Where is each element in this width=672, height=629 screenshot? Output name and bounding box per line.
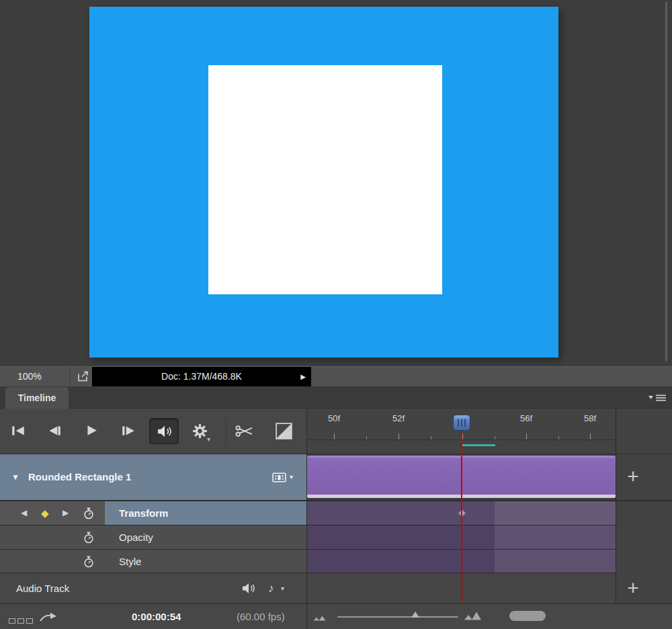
layer-header-rounded-rectangle[interactable]: ▼ Rounded Rectangle 1 ▾ xyxy=(0,454,306,501)
disclosure-triangle-icon[interactable]: ▼ xyxy=(11,454,19,500)
status-bar: 100% Doc: 1.37M/468.8K ▶ xyxy=(0,366,672,387)
panel-menu-icon[interactable] xyxy=(648,394,667,402)
divider xyxy=(70,368,71,386)
style-label: Style xyxy=(119,550,141,573)
ruler-tick-minor xyxy=(366,436,367,439)
ruler-tick-minor xyxy=(495,436,495,439)
ruler-label: 58f xyxy=(584,413,596,423)
timeline-zoom-slider[interactable] xyxy=(337,616,458,618)
playhead-grip xyxy=(464,419,466,427)
timeline-settings-gear-icon[interactable] xyxy=(192,423,208,439)
clip-options-caret-icon[interactable]: ▾ xyxy=(290,454,293,500)
stopwatch-icon[interactable] xyxy=(83,556,94,568)
playhead-line xyxy=(461,431,462,604)
playhead-handle[interactable] xyxy=(453,415,470,431)
current-timecode[interactable]: 0:00:00:54 xyxy=(132,604,181,629)
split-clip-scissors-icon[interactable] xyxy=(235,425,253,437)
ruler-label: 50f xyxy=(328,413,340,423)
ruler-tick xyxy=(462,433,463,439)
next-keyframe-button[interactable]: ▶ xyxy=(62,501,69,525)
opacity-label: Opacity xyxy=(119,526,153,549)
divider xyxy=(226,417,226,446)
filmstrip-icon[interactable] xyxy=(272,472,286,483)
mute-audio-button[interactable] xyxy=(149,418,179,444)
canvas-area[interactable] xyxy=(0,0,672,366)
stopwatch-icon[interactable] xyxy=(83,532,94,544)
frame-rate: (60.00 fps) xyxy=(237,604,285,629)
playhead-grip xyxy=(458,419,459,427)
document-canvas[interactable] xyxy=(89,7,558,358)
ruler-tick-minor xyxy=(431,436,431,439)
playhead-grip xyxy=(461,419,462,427)
frame-animation-button[interactable] xyxy=(9,614,35,626)
property-row-opacity[interactable]: Opacity xyxy=(0,526,306,550)
right-gutter-top xyxy=(616,409,672,454)
opacity-track-trimmed-region xyxy=(495,526,616,549)
doc-info-text: Doc: 1.37M/468.8K xyxy=(92,367,311,386)
style-track-trimmed-region xyxy=(495,550,616,573)
ruler-label: 56f xyxy=(520,413,532,423)
ruler-label: 52f xyxy=(392,413,405,423)
previous-frame-button[interactable] xyxy=(47,425,62,436)
property-row-transform[interactable]: ◀ ◆ ▶ Transform xyxy=(0,501,306,526)
next-frame-button[interactable] xyxy=(121,425,136,436)
ruler-tick xyxy=(590,433,591,439)
music-note-icon[interactable]: ♪ xyxy=(268,573,274,603)
settings-caret-icon[interactable]: ▾ xyxy=(207,436,210,443)
zoom-out-icon[interactable] xyxy=(313,614,327,621)
audio-speaker-icon[interactable] xyxy=(242,583,255,594)
right-gutter-audio: + xyxy=(616,573,672,604)
speaker-icon xyxy=(157,425,172,437)
ruler-tick-minor xyxy=(558,436,559,439)
first-frame-button[interactable] xyxy=(11,425,26,436)
transform-label: Transform xyxy=(119,501,168,525)
photoshop-timeline-workspace: 100% Doc: 1.37M/468.8K ▶ Timeline xyxy=(0,0,672,629)
ruler-tick xyxy=(398,433,399,439)
export-icon[interactable] xyxy=(77,371,89,382)
doc-info[interactable]: Doc: 1.37M/468.8K ▶ xyxy=(92,367,311,386)
timeline-footer-bar: 0:00:00:54 (60.00 fps) xyxy=(0,604,672,629)
panel-tab-bar: Timeline xyxy=(0,387,672,409)
stopwatch-icon[interactable] xyxy=(83,507,94,519)
transform-track-trimmed-region xyxy=(495,501,616,525)
zoom-slider-thumb[interactable] xyxy=(411,612,419,618)
property-row-style[interactable]: Style xyxy=(0,550,306,573)
add-media-button[interactable]: + xyxy=(620,464,646,490)
transition-button[interactable] xyxy=(276,423,292,439)
play-button[interactable] xyxy=(86,425,97,436)
add-keyframe-diamond-icon[interactable]: ◆ xyxy=(41,501,49,525)
ruler-tick xyxy=(526,433,527,439)
white-square-shape[interactable] xyxy=(208,65,442,294)
zoom-level[interactable]: 100% xyxy=(17,367,42,386)
tab-timeline[interactable]: Timeline xyxy=(5,387,69,409)
track-gutter-divider xyxy=(616,409,616,604)
previous-keyframe-button[interactable]: ◀ xyxy=(21,501,27,525)
canvas-scrollbar[interactable] xyxy=(665,1,667,362)
zoom-in-icon[interactable] xyxy=(464,611,482,620)
cached-frames-indicator xyxy=(462,444,495,446)
panel-divider[interactable] xyxy=(306,409,307,629)
layer-name: Rounded Rectangle 1 xyxy=(28,454,131,500)
ruler-tick xyxy=(334,433,335,439)
status-menu-arrow[interactable]: ▶ xyxy=(300,367,306,386)
audio-track-label: Audio Track xyxy=(16,573,69,603)
right-gutter-middle xyxy=(616,501,672,573)
add-audio-button[interactable]: + xyxy=(620,576,646,601)
timeline-horizontal-scrollbar[interactable] xyxy=(509,611,546,621)
timeline-toolbar: ▾ xyxy=(0,409,306,454)
curved-arrow-icon[interactable] xyxy=(39,611,59,622)
audio-track-header[interactable]: Audio Track ♪ ▾ xyxy=(0,573,306,604)
audio-options-caret-icon[interactable]: ▾ xyxy=(281,573,284,603)
right-gutter-layer: + xyxy=(616,454,672,501)
